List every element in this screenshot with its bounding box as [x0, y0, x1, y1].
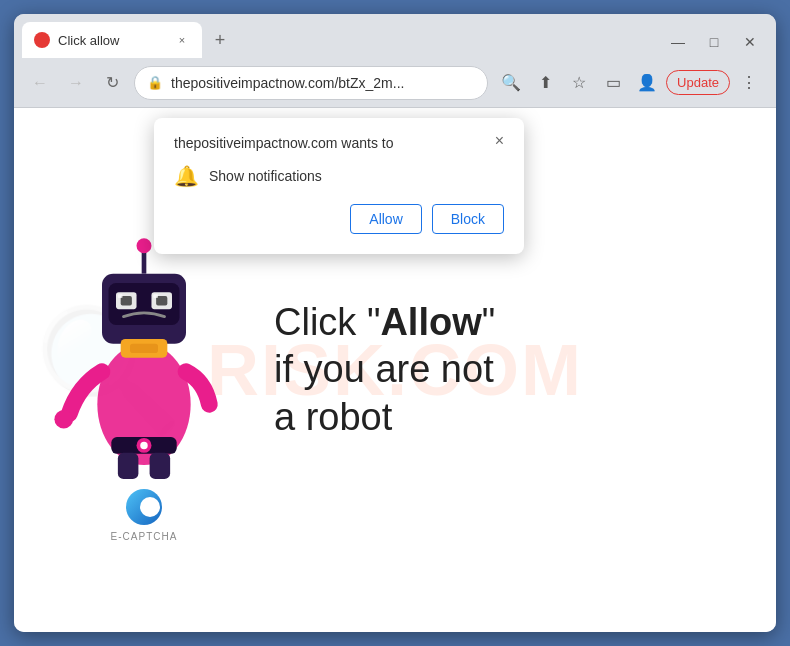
update-button[interactable]: Update: [666, 70, 730, 95]
svg-rect-8: [130, 343, 158, 352]
menu-icon[interactable]: ⋮: [734, 68, 764, 98]
svg-rect-17: [153, 294, 158, 298]
allow-button[interactable]: Allow: [350, 204, 421, 234]
svg-rect-14: [118, 452, 139, 478]
notification-popup: thepositiveimpactnow.com wants to × 🔔 Sh…: [154, 118, 524, 254]
block-button[interactable]: Block: [432, 204, 504, 234]
tab-favicon: [34, 32, 50, 48]
new-tab-button[interactable]: +: [206, 26, 234, 54]
tab-bar: Click allow × + — □ ✕: [14, 14, 776, 58]
cta-line1: Click "Allow": [274, 299, 756, 347]
window-controls: — □ ✕: [668, 34, 768, 58]
browser-window: Click allow × + — □ ✕ ← → ↻ 🔒 thepositiv…: [14, 14, 776, 632]
back-button[interactable]: ←: [26, 69, 54, 97]
notification-label: Show notifications: [209, 168, 322, 184]
tab-title: Click allow: [58, 33, 166, 48]
svg-point-20: [140, 497, 160, 517]
svg-rect-16: [118, 294, 123, 298]
popup-notification-row: 🔔 Show notifications: [174, 164, 504, 188]
address-bar[interactable]: 🔒 thepositiveimpactnow.com/btZx_2m...: [134, 66, 488, 100]
popup-header: thepositiveimpactnow.com wants to ×: [174, 134, 504, 154]
toolbar-icons: 🔍 ⬆ ☆ ▭ 👤 Update ⋮: [496, 68, 764, 98]
forward-button[interactable]: →: [62, 69, 90, 97]
captcha-logo: E-CAPTCHA: [111, 487, 178, 542]
cta-line2: if you are not: [274, 346, 756, 394]
address-text: thepositiveimpactnow.com/btZx_2m...: [171, 75, 475, 91]
svg-rect-15: [150, 452, 171, 478]
tab-search-icon[interactable]: ▭: [598, 68, 628, 98]
popup-buttons: Allow Block: [174, 204, 504, 234]
bookmark-icon[interactable]: ☆: [564, 68, 594, 98]
tab-close-button[interactable]: ×: [174, 32, 190, 48]
svg-point-13: [140, 441, 147, 448]
search-icon[interactable]: 🔍: [496, 68, 526, 98]
popup-close-button[interactable]: ×: [495, 132, 504, 150]
captcha-label: E-CAPTCHA: [111, 531, 178, 542]
share-icon[interactable]: ⬆: [530, 68, 560, 98]
minimize-button[interactable]: —: [668, 34, 688, 50]
close-button[interactable]: ✕: [740, 34, 760, 50]
popup-title: thepositiveimpactnow.com wants to: [174, 134, 393, 154]
svg-point-18: [54, 409, 73, 428]
maximize-button[interactable]: □: [704, 34, 724, 50]
cta-text: Click "Allow" if you are not a robot: [274, 299, 756, 442]
active-tab: Click allow ×: [22, 22, 202, 58]
reload-button[interactable]: ↻: [98, 69, 126, 97]
cta-line3: a robot: [274, 394, 756, 442]
toolbar: ← → ↻ 🔒 thepositiveimpactnow.com/btZx_2m…: [14, 58, 776, 108]
cta-allow-word: Allow: [380, 301, 481, 343]
svg-point-10: [137, 238, 152, 253]
captcha-c-logo: [124, 487, 164, 527]
page-content: thepositiveimpactnow.com wants to × 🔔 Sh…: [14, 108, 776, 632]
profile-icon[interactable]: 👤: [632, 68, 662, 98]
bell-icon: 🔔: [174, 164, 199, 188]
lock-icon: 🔒: [147, 75, 163, 90]
